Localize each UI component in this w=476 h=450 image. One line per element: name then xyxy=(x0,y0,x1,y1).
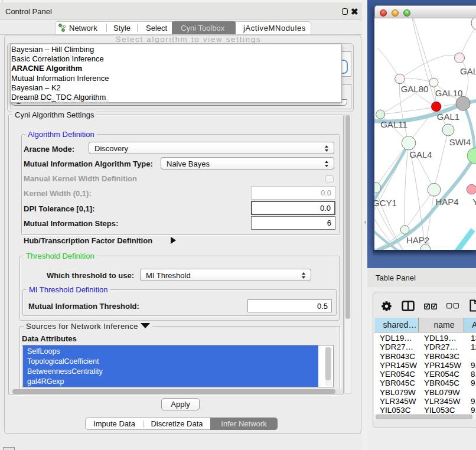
svg-text:Y: Y xyxy=(472,197,476,207)
svg-text:GAL7: GAL7 xyxy=(460,66,476,76)
svg-text:GAL80: GAL80 xyxy=(401,84,429,94)
svg-text:GAL11: GAL11 xyxy=(380,119,407,129)
svg-text:GCY1: GCY1 xyxy=(374,198,397,208)
svg-text:HAP4: HAP4 xyxy=(435,197,458,207)
svg-text:HAP2: HAP2 xyxy=(406,235,429,245)
svg-text:GAL1: GAL1 xyxy=(437,112,459,122)
svg-text:GAL4: GAL4 xyxy=(409,149,432,159)
svg-text:GAL10: GAL10 xyxy=(435,88,463,98)
svg-text:SWI4: SWI4 xyxy=(449,137,471,147)
